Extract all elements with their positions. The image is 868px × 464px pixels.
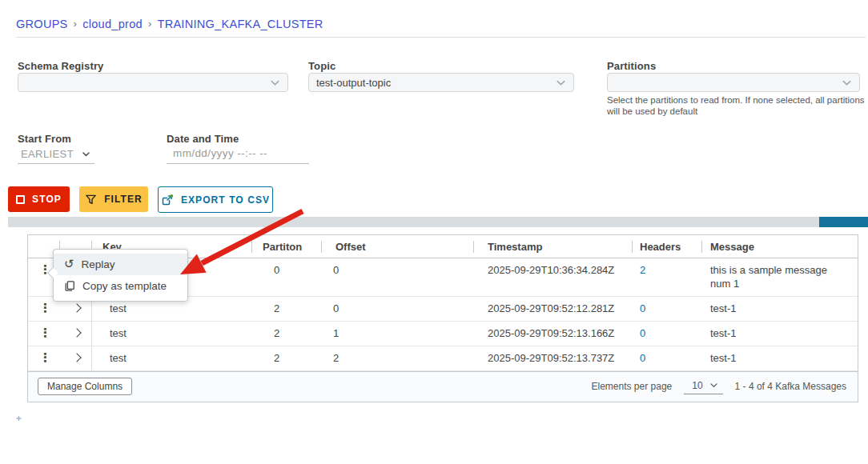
breadcrumb-cloud-prod[interactable]: cloud_prod <box>82 18 143 30</box>
column-header-message[interactable]: Message <box>701 235 858 258</box>
horizontal-scrollbar[interactable] <box>8 217 868 227</box>
topic-label: Topic <box>308 60 336 72</box>
cell-offset: 0 <box>321 258 473 296</box>
partitions-label: Partitions <box>607 60 656 72</box>
chevron-down-icon <box>82 150 90 158</box>
chevron-down-icon <box>556 78 566 88</box>
filter-button-label: FILTER <box>104 194 143 205</box>
topic-value: test-output-topic <box>316 77 391 89</box>
chevron-down-icon <box>709 381 718 390</box>
cell-message: this is a sample message num 1 <box>701 258 858 296</box>
column-header-headers[interactable]: Headers <box>632 235 701 258</box>
context-menu-replay[interactable]: ↺ Replay <box>54 254 187 275</box>
breadcrumb-training-kafka-cluster[interactable]: TRAINING_KAFKA_CLUSTER <box>158 18 323 30</box>
row-actions-kebab-icon[interactable]: ⋮ <box>39 326 51 338</box>
cell-key: test <box>91 346 251 370</box>
page-size-value: 10 <box>692 380 702 391</box>
export-to-csv-button[interactable]: EXPORT TO CSV <box>158 186 273 213</box>
schema-registry-select[interactable] <box>18 73 288 92</box>
scrollbar-thumb[interactable] <box>819 217 868 227</box>
elements-per-page-label: Elements per page <box>592 381 673 392</box>
replay-icon: ↺ <box>64 258 74 270</box>
cursor-artifact: ✛ <box>16 415 22 422</box>
partitions-hint: Select the partitions to read from. If n… <box>607 94 868 118</box>
context-menu-copy-label: Copy as template <box>82 280 167 292</box>
kafka-messages-page: GROUPS › cloud_prod › TRAINING_KAFKA_CLU… <box>0 0 868 464</box>
cell-message: test-1 <box>701 322 858 346</box>
stop-button[interactable]: STOP <box>8 186 70 212</box>
headers-count-link[interactable]: 0 <box>640 302 645 314</box>
breadcrumb: GROUPS › cloud_prod › TRAINING_KAFKA_CLU… <box>16 18 323 30</box>
start-from-value: EARLIEST <box>21 148 74 160</box>
table-footer: Manage Columns Elements per page 10 1 - … <box>28 371 858 402</box>
context-menu-copy-as-template[interactable]: Copy as template <box>54 275 187 297</box>
cell-timestamp: 2025-09-29T09:52:13.737Z <box>473 346 632 370</box>
context-menu-replay-label: Replay <box>82 258 115 270</box>
cell-offset: 1 <box>321 322 473 346</box>
breadcrumb-separator-icon: › <box>74 18 78 30</box>
headers-count-link[interactable]: 0 <box>640 352 645 364</box>
funnel-icon <box>85 194 97 206</box>
headers-count-link[interactable]: 2 <box>640 264 645 276</box>
partitions-select[interactable] <box>607 73 860 92</box>
cell-offset: 0 <box>321 297 473 321</box>
cell-timestamp: 2025-09-29T09:52:12.281Z <box>473 297 632 321</box>
breadcrumb-groups[interactable]: GROUPS <box>16 18 68 30</box>
schema-registry-label: Schema Registry <box>18 60 103 72</box>
start-from-label: Start From <box>18 133 71 145</box>
cell-partition: 2 <box>251 346 321 370</box>
cell-partition: 2 <box>251 322 321 346</box>
filter-button[interactable]: FILTER <box>79 186 148 212</box>
breadcrumb-separator-icon: › <box>148 18 152 30</box>
cell-offset: 2 <box>321 346 473 370</box>
export-icon <box>161 194 174 206</box>
expand-row-chevron-icon[interactable] <box>72 303 81 312</box>
pagination: Elements per page 10 1 - 4 of 4 Kafka Me… <box>592 379 847 394</box>
date-time-input[interactable]: mm/dd/yyyy --:-- -- <box>167 146 309 164</box>
pagination-range-text: 1 - 4 of 4 Kafka Messages <box>735 381 846 392</box>
cell-key: test <box>91 322 251 346</box>
expand-row-chevron-icon[interactable] <box>72 328 81 337</box>
row-context-menu: ↺ Replay Copy as template <box>53 249 188 302</box>
cell-partition: 0 <box>251 258 321 296</box>
cell-timestamp: 2025-09-29T10:36:34.284Z <box>473 258 632 296</box>
page-size-select[interactable]: 10 <box>684 379 722 394</box>
cell-message: test-1 <box>701 297 858 321</box>
headers-count-link[interactable]: 0 <box>640 327 645 339</box>
chevron-down-icon <box>270 78 280 88</box>
expand-row-chevron-icon[interactable] <box>72 353 81 362</box>
start-from-select[interactable]: EARLIEST <box>18 146 94 164</box>
chevron-down-icon <box>842 78 852 88</box>
date-time-label: Date and Time <box>167 133 239 145</box>
column-header-offset[interactable]: Offset <box>321 235 473 258</box>
table-row: ⋮ test 2 2 2025-09-29T09:52:13.737Z 0 te… <box>28 346 858 371</box>
cell-timestamp: 2025-09-29T09:52:13.166Z <box>473 322 632 346</box>
header-divider <box>16 37 866 38</box>
stop-square-icon <box>16 195 25 204</box>
row-actions-kebab-icon[interactable]: ⋮ <box>39 351 51 363</box>
cell-partition: 2 <box>251 297 321 321</box>
topic-select[interactable]: test-output-topic <box>308 73 574 92</box>
column-header-timestamp[interactable]: Timestamp <box>473 235 632 258</box>
cell-message: test-1 <box>701 346 858 370</box>
copy-icon <box>64 280 75 292</box>
column-header-partition[interactable]: Partiton <box>251 235 321 258</box>
row-actions-kebab-icon[interactable]: ⋮ <box>39 302 51 314</box>
export-button-label: EXPORT TO CSV <box>181 194 270 206</box>
table-row: ⋮ test 2 1 2025-09-29T09:52:13.166Z 0 te… <box>28 322 858 346</box>
manage-columns-button[interactable]: Manage Columns <box>38 378 132 395</box>
stop-button-label: STOP <box>32 194 62 205</box>
